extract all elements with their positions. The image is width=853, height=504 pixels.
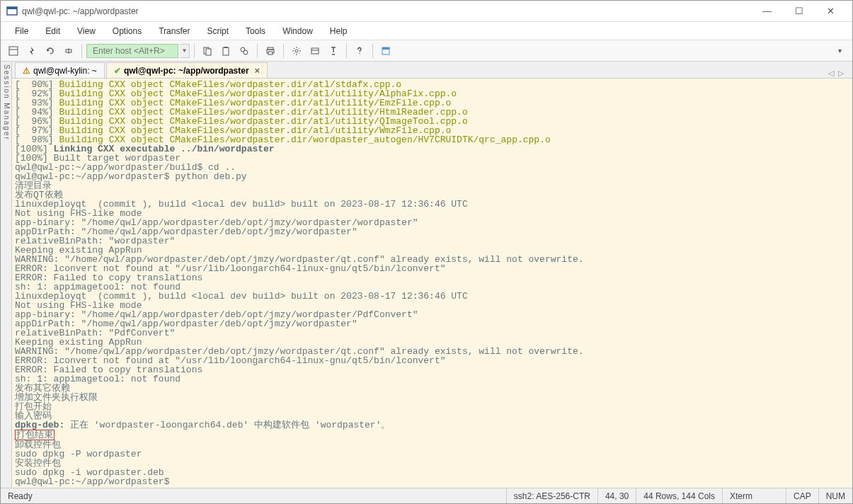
script-icon[interactable] <box>325 42 342 59</box>
status-capslock: CAP <box>786 488 819 503</box>
tab-label: qwl@qwl-kylin: ~ <box>33 66 97 76</box>
tab-close-icon[interactable]: × <box>255 65 261 76</box>
menu-edit[interactable]: Edit <box>38 24 67 38</box>
session-mgr-icon[interactable] <box>5 42 22 59</box>
disconnect-icon[interactable] <box>60 42 77 59</box>
tab-prev-icon[interactable]: ◁ <box>828 69 834 78</box>
svg-rect-8 <box>223 47 229 55</box>
tab-next-icon[interactable]: ▷ <box>838 69 844 78</box>
svg-rect-2 <box>9 47 18 55</box>
svg-rect-9 <box>224 47 227 48</box>
menu-transfer[interactable]: Transfer <box>151 24 197 38</box>
svg-rect-19 <box>382 47 389 50</box>
menu-tools[interactable]: Tools <box>239 24 273 38</box>
tab-wordpaster[interactable]: ✔ qwl@qwl-pc: ~/app/wordpaster × <box>106 62 268 78</box>
status-position: 44, 30 <box>598 488 636 503</box>
window-title: qwl@qwl-pc: ~/app/wordpaster <box>22 6 751 16</box>
titlebar: qwl@qwl-pc: ~/app/wordpaster — ☐ ✕ <box>1 1 852 22</box>
print-icon[interactable] <box>262 42 279 59</box>
menu-options[interactable]: Options <box>105 24 149 38</box>
svg-rect-16 <box>311 48 319 54</box>
copy-icon[interactable] <box>199 42 216 59</box>
status-termtype: Xterm <box>723 488 786 503</box>
toolbar-overflow[interactable]: ▾ <box>831 42 848 59</box>
settings-icon[interactable] <box>288 42 305 59</box>
minimize-button[interactable]: — <box>751 1 783 21</box>
find-icon[interactable] <box>236 42 253 59</box>
menu-file[interactable]: File <box>8 24 35 38</box>
close-button[interactable]: ✕ <box>815 1 847 21</box>
warning-icon: ⚠ <box>23 66 30 76</box>
svg-rect-7 <box>206 49 211 55</box>
host-input[interactable] <box>86 44 178 58</box>
status-numlock: NUM <box>819 488 852 503</box>
help-icon[interactable] <box>351 42 368 59</box>
status-connection: ssh2: AES-256-CTR <box>507 488 598 503</box>
tabbar: ⚠ qwl@qwl-kylin: ~ ✔ qwl@qwl-pc: ~/app/w… <box>12 62 852 79</box>
menu-window[interactable]: Window <box>275 24 320 38</box>
svg-point-15 <box>295 50 298 52</box>
menubar: File Edit View Options Transfer Script T… <box>1 22 852 40</box>
paste-icon[interactable] <box>217 42 234 59</box>
svg-rect-14 <box>268 52 273 55</box>
status-size: 44 Rows, 144 Cols <box>636 488 723 503</box>
tab-label: qwl@qwl-pc: ~/app/wordpaster <box>124 66 249 76</box>
maximize-button[interactable]: ☐ <box>783 1 815 21</box>
app-icon <box>6 6 18 17</box>
command-window-icon[interactable] <box>377 42 394 59</box>
check-icon: ✔ <box>114 66 121 76</box>
menu-view[interactable]: View <box>70 24 103 38</box>
quick-connect-icon[interactable] <box>23 42 40 59</box>
tab-kylin[interactable]: ⚠ qwl@qwl-kylin: ~ <box>15 62 105 78</box>
session-manager-panel[interactable]: Session Manager <box>1 62 12 488</box>
svg-rect-1 <box>7 7 17 9</box>
host-dropdown[interactable]: ▼ <box>180 44 190 58</box>
reconnect-icon[interactable] <box>42 42 59 59</box>
menu-help[interactable]: Help <box>323 24 355 38</box>
terminal-output[interactable]: [ 90%] Building CXX object CMakeFiles/wo… <box>12 79 852 488</box>
statusbar: Ready ssh2: AES-256-CTR 44, 30 44 Rows, … <box>1 488 852 503</box>
svg-point-11 <box>244 50 248 55</box>
menu-script[interactable]: Script <box>200 24 236 38</box>
sessions-icon[interactable] <box>307 42 324 59</box>
status-ready: Ready <box>1 488 507 503</box>
toolbar: ▼ ▾ <box>1 40 852 62</box>
